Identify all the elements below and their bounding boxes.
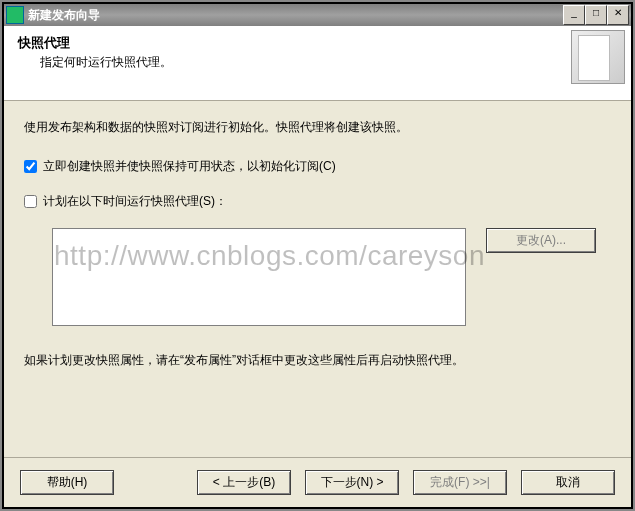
header-graphic-icon — [571, 30, 625, 84]
wizard-window: 新建发布向导 _ □ ✕ 快照代理 指定何时运行快照代理。 使用发布架构和数据的… — [2, 2, 633, 509]
create-now-row[interactable]: 立即创建快照并使快照保持可用状态，以初始化订阅(C) — [24, 158, 611, 175]
wizard-body: 使用发布架构和数据的快照对订阅进行初始化。快照代理将创建该快照。 立即创建快照并… — [4, 101, 631, 457]
create-now-checkbox[interactable] — [24, 160, 37, 173]
app-icon — [6, 6, 24, 24]
change-button: 更改(A)... — [486, 228, 596, 253]
close-button[interactable]: ✕ — [607, 5, 629, 25]
schedule-checkbox[interactable] — [24, 195, 37, 208]
page-subtitle: 指定何时运行快照代理。 — [40, 54, 617, 71]
restore-button[interactable]: □ — [585, 5, 607, 25]
schedule-listbox — [52, 228, 466, 326]
cancel-button[interactable]: 取消 — [521, 470, 615, 495]
intro-text: 使用发布架构和数据的快照对订阅进行初始化。快照代理将创建该快照。 — [24, 119, 611, 136]
titlebar: 新建发布向导 _ □ ✕ — [4, 4, 631, 26]
wizard-header: 快照代理 指定何时运行快照代理。 — [4, 26, 631, 101]
help-button[interactable]: 帮助(H) — [20, 470, 114, 495]
page-title: 快照代理 — [18, 34, 617, 52]
create-now-label: 立即创建快照并使快照保持可用状态，以初始化订阅(C) — [43, 158, 336, 175]
schedule-row[interactable]: 计划在以下时间运行快照代理(S)： — [24, 193, 611, 210]
finish-button: 完成(F) >>| — [413, 470, 507, 495]
button-bar: 帮助(H) < 上一步(B) 下一步(N) > 完成(F) >>| 取消 — [4, 457, 631, 507]
schedule-label: 计划在以下时间运行快照代理(S)： — [43, 193, 227, 210]
next-button[interactable]: 下一步(N) > — [305, 470, 399, 495]
window-title: 新建发布向导 — [28, 7, 563, 24]
minimize-button[interactable]: _ — [563, 5, 585, 25]
footer-note: 如果计划更改快照属性，请在“发布属性”对话框中更改这些属性后再启动快照代理。 — [24, 352, 611, 369]
back-button[interactable]: < 上一步(B) — [197, 470, 291, 495]
